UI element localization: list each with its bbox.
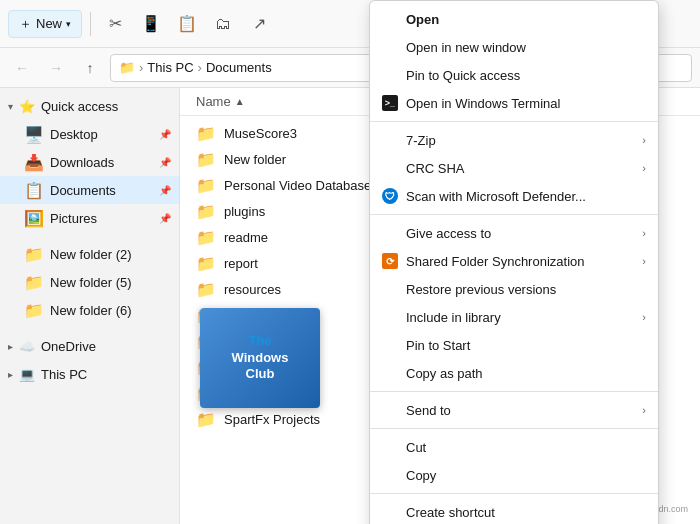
ctx-crc-icon [382,160,398,176]
ctx-library-arrow: › [642,311,646,323]
ctx-sync[interactable]: ⟳ Shared Folder Synchronization › [370,247,658,275]
ctx-defender[interactable]: 🛡 Scan with Microsoft Defender... [370,182,658,210]
expand-icon-pc: ▸ [8,369,13,380]
sidebar-item-newfolder6[interactable]: 📁 New folder (6) [0,296,179,324]
ctx-terminal-label: Open in Windows Terminal [406,96,646,111]
thumbnail-logo: The Windows Club [232,333,289,384]
ctx-copy-path[interactable]: Copy as path [370,359,658,387]
folder-icon-rm: 📁 [196,228,216,247]
path-documents: Documents [206,60,272,75]
phone-button[interactable]: 📱 [135,8,167,40]
ctx-cut-label: Cut [406,440,646,455]
thumbnail-line3: Club [246,366,275,381]
ctx-cut-icon [382,439,398,455]
ctx-defender-label: Scan with Microsoft Defender... [406,189,646,204]
dropdown-arrow: ▾ [66,19,71,29]
sidebar-item-onedrive[interactable]: ▸ ☁️ OneDrive [0,332,179,360]
ctx-sync-arrow: › [642,255,646,267]
pin-icon-docs: 📌 [159,185,171,196]
folder-icon-sf: 📁 [196,410,216,429]
ctx-sep-1 [370,121,658,122]
ctx-pin-label: Pin to Quick access [406,68,646,83]
sidebar-quick-access[interactable]: ▾ ⭐ Quick access [0,92,179,120]
ctx-restore-icon [382,281,398,297]
ctx-open-terminal[interactable]: >_ Open in Windows Terminal [370,89,658,117]
folder-name-sf: SpartFx Projects [224,412,320,427]
ctx-cut[interactable]: Cut [370,433,658,461]
back-button[interactable]: ← [8,54,36,82]
downloads-icon: 📥 [24,153,44,172]
copy-button[interactable]: 📋 [171,8,203,40]
defender-icon: 🛡 [382,188,398,204]
ctx-7zip-arrow: › [642,134,646,146]
ctx-include-library[interactable]: Include in library › [370,303,658,331]
sidebar-item-pictures[interactable]: 🖼️ Pictures 📌 [0,204,179,232]
ctx-crc-sha[interactable]: CRC SHA › [370,154,658,182]
path-thispc: This PC [147,60,193,75]
pin-icon: 📌 [159,129,171,140]
forward-button[interactable]: → [42,54,70,82]
sidebar-item-thispc[interactable]: ▸ 💻 This PC [0,360,179,388]
ctx-access-icon [382,225,398,241]
ctx-7zip-icon [382,132,398,148]
folder-name-nf: New folder [224,152,286,167]
ctx-pin-start-icon [382,337,398,353]
ctx-crc-arrow: › [642,162,646,174]
documents-label: Documents [50,183,116,198]
ctx-open[interactable]: Open [370,5,658,33]
ctx-shortcut-label: Create shortcut [406,505,646,520]
onedrive-label: OneDrive [41,339,96,354]
share-button[interactable]: ↗ [243,8,275,40]
ctx-sep-2 [370,214,658,215]
move-button[interactable]: 🗂 [207,8,239,40]
ctx-create-shortcut[interactable]: Create shortcut [370,498,658,524]
folder-icon-nf: 📁 [196,150,216,169]
ctx-send-to[interactable]: Send to › [370,396,658,424]
folder-icon-pvd: 📁 [196,176,216,195]
thumbnail-overlay: The Windows Club [200,308,320,408]
ctx-sendto-arrow: › [642,404,646,416]
thispc-label: This PC [41,367,87,382]
folder-icon-pl: 📁 [196,202,216,221]
ctx-pin-quick[interactable]: Pin to Quick access [370,61,658,89]
toolbar-separator-1 [90,12,91,36]
ctx-restore-label: Restore previous versions [406,282,646,297]
ctx-sep-4 [370,428,658,429]
folder-name-pl: plugins [224,204,265,219]
ctx-pin-start-label: Pin to Start [406,338,646,353]
sidebar-item-downloads[interactable]: 📥 Downloads 📌 [0,148,179,176]
ctx-7zip[interactable]: 7-Zip › [370,126,658,154]
path-separator-1: › [139,60,143,75]
ctx-give-access[interactable]: Give access to › [370,219,658,247]
star-icon: ⭐ [19,99,35,114]
folder-name-ms: MuseScore3 [224,126,297,141]
sort-arrow: ▲ [235,96,245,107]
ctx-sync-label: Shared Folder Synchronization [406,254,634,269]
expand-icon: ▾ [8,101,13,112]
thumbnail-line2: Windows [232,350,289,365]
ctx-restore-versions[interactable]: Restore previous versions [370,275,658,303]
folder-icon-ms: 📁 [196,124,216,143]
sidebar: ▾ ⭐ Quick access 🖥️ Desktop 📌 📥 Download… [0,88,180,524]
new-button[interactable]: ＋ New ▾ [8,10,82,38]
sidebar-item-desktop[interactable]: 🖥️ Desktop 📌 [0,120,179,148]
sidebar-item-newfolder5[interactable]: 📁 New folder (5) [0,268,179,296]
cut-button[interactable]: ✂ [99,8,131,40]
sidebar-item-documents[interactable]: 📋 Documents 📌 [0,176,179,204]
downloads-label: Downloads [50,155,114,170]
folder-icon-rp: 📁 [196,254,216,273]
up-button[interactable]: ↑ [76,54,104,82]
ctx-copy[interactable]: Copy [370,461,658,489]
expand-icon-od: ▸ [8,341,13,352]
pictures-label: Pictures [50,211,97,226]
newfolder5-label: New folder (5) [50,275,132,290]
terminal-icon: >_ [382,95,398,111]
context-menu: Open Open in new window Pin to Quick acc… [369,0,659,524]
path-icon: 📁 [119,60,135,75]
sidebar-item-newfolder2[interactable]: 📁 New folder (2) [0,240,179,268]
ctx-pin-start[interactable]: Pin to Start [370,331,658,359]
ctx-library-label: Include in library [406,310,634,325]
ctx-sep-5 [370,493,658,494]
ctx-open-new-window[interactable]: Open in new window [370,33,658,61]
newfolder2-label: New folder (2) [50,247,132,262]
